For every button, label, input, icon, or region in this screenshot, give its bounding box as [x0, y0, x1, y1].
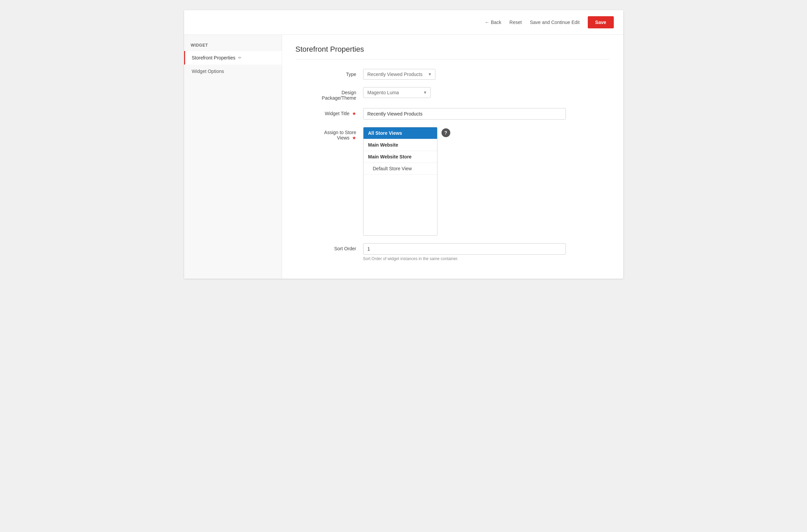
type-select-wrapper: Recently Viewed Products ▼ — [363, 69, 436, 80]
help-icon[interactable]: ? — [442, 128, 450, 137]
design-row: DesignPackage/Theme Magento Luma ▼ — [295, 87, 610, 101]
sidebar: WIDGET Storefront Properties ✏ Widget Op… — [184, 35, 282, 279]
content-area: Storefront Properties Type Recently View… — [282, 35, 623, 279]
design-select-wrapper: Magento Luma ▼ — [363, 87, 431, 98]
store-view-main-website[interactable]: Main Website — [363, 139, 437, 151]
store-view-all[interactable]: All Store Views — [363, 127, 437, 139]
sidebar-item-widget-options[interactable]: Widget Options — [184, 64, 282, 78]
store-views-row: Assign to StoreViews ★ All Store Views M… — [295, 127, 610, 236]
sort-order-row: Sort Order Sort Order of widget instance… — [295, 243, 610, 261]
sidebar-item-storefront-properties[interactable]: Storefront Properties ✏ — [184, 51, 282, 64]
store-views-field: All Store Views Main Website Main Websit… — [363, 127, 566, 236]
widget-title-input[interactable] — [363, 108, 566, 119]
widget-title-field — [363, 108, 566, 119]
sidebar-item-label: Widget Options — [192, 69, 224, 74]
back-button[interactable]: ← Back — [485, 20, 501, 25]
type-row: Type Recently Viewed Products ▼ — [295, 69, 610, 80]
sidebar-item-label: Storefront Properties — [192, 55, 235, 60]
sort-order-input[interactable] — [363, 243, 566, 255]
required-asterisk: ★ — [352, 111, 357, 116]
sort-order-label: Sort Order — [295, 243, 363, 251]
design-field: Magento Luma ▼ — [363, 87, 566, 98]
store-views-container: All Store Views Main Website Main Websit… — [363, 127, 566, 236]
type-select[interactable]: Recently Viewed Products — [363, 69, 436, 80]
store-view-default[interactable]: Default Store View — [363, 163, 437, 175]
store-view-main-website-store[interactable]: Main Website Store — [363, 151, 437, 163]
store-views-empty-space — [363, 175, 437, 235]
design-select[interactable]: Magento Luma — [363, 87, 431, 98]
main-layout: WIDGET Storefront Properties ✏ Widget Op… — [184, 35, 623, 279]
type-field: Recently Viewed Products ▼ — [363, 69, 566, 80]
sort-order-field: Sort Order of widget instances in the sa… — [363, 243, 566, 261]
store-views-list: All Store Views Main Website Main Websit… — [363, 127, 438, 236]
save-continue-button[interactable]: Save and Continue Edit — [530, 20, 580, 25]
edit-icon: ✏ — [238, 55, 242, 60]
sort-order-hint: Sort Order of widget instances in the sa… — [363, 256, 566, 261]
save-button[interactable]: Save — [588, 16, 614, 28]
widget-title-label: Widget Title ★ — [295, 108, 363, 116]
sidebar-section-title: WIDGET — [184, 38, 282, 51]
reset-button[interactable]: Reset — [510, 20, 522, 25]
assign-store-views-label: Assign to StoreViews ★ — [295, 127, 363, 140]
widget-title-row: Widget Title ★ — [295, 108, 610, 119]
type-label: Type — [295, 69, 363, 77]
page-container: ← Back Reset Save and Continue Edit Save… — [184, 10, 623, 279]
required-asterisk-store: ★ — [352, 135, 357, 140]
design-label: DesignPackage/Theme — [295, 87, 363, 101]
section-title: Storefront Properties — [295, 45, 610, 59]
toolbar: ← Back Reset Save and Continue Edit Save — [184, 10, 623, 35]
